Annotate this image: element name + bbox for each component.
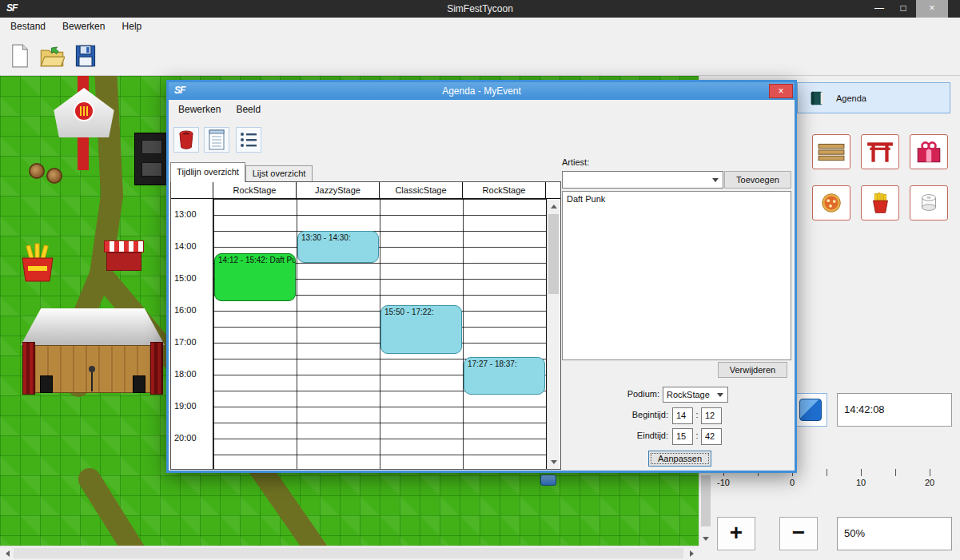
- scroll-left-arrow[interactable]: [0, 546, 14, 560]
- awning: [104, 240, 144, 252]
- scroll-down-arrow[interactable]: [699, 532, 712, 546]
- blue-marker[interactable]: [540, 475, 556, 486]
- artist-list-item[interactable]: Daft Punk: [563, 192, 791, 206]
- toilet-paper-icon: [916, 191, 942, 215]
- scrollbar-corner: [699, 546, 712, 560]
- dialog-titlebar[interactable]: Agenda - MyEvent SF ×: [169, 82, 795, 100]
- scroll-thumb[interactable]: [548, 214, 559, 294]
- scroll-thumb[interactable]: [14, 548, 683, 558]
- fries-stand[interactable]: [14, 242, 61, 284]
- shop-item-torii-gate[interactable]: [861, 134, 899, 169]
- timeline-view-button[interactable]: [204, 127, 229, 153]
- begin-hour-field[interactable]: 14: [672, 407, 693, 424]
- shop-item-pizza[interactable]: [812, 185, 850, 220]
- trash-icon: [177, 129, 196, 150]
- app-logo-icon: SF: [6, 2, 17, 14]
- timetable-header: RockStage JazzyStage ClassicStage RockSt…: [171, 182, 560, 199]
- artist-combobox-value: [566, 172, 708, 188]
- app-window: SimFestTycoon SF — □ × Bestand Bewerken …: [0, 0, 960, 560]
- scroll-down-arrow[interactable]: [548, 455, 560, 469]
- zoom-out-button[interactable]: −: [779, 517, 818, 550]
- speaker-stack[interactable]: [134, 133, 168, 185]
- gift-icon: [914, 140, 943, 164]
- shop-item-fries[interactable]: [861, 185, 899, 220]
- open-file-button[interactable]: [37, 41, 67, 71]
- open-file-icon: [39, 44, 65, 68]
- time-label: 16:00: [171, 305, 211, 315]
- new-file-button[interactable]: [5, 41, 35, 71]
- mic-stand: [91, 371, 93, 391]
- slider-tick-label: 20: [918, 478, 942, 487]
- timetable-scrollbar[interactable]: [547, 199, 560, 469]
- event-rockstage-2[interactable]: 17:27 - 18:37:: [464, 357, 545, 395]
- dialog-menu-bewerken[interactable]: Bewerken: [172, 100, 227, 119]
- barrel-table[interactable]: [29, 160, 67, 190]
- scroll-thumb[interactable]: [701, 475, 711, 526]
- app-title: SimFestTycoon: [0, 0, 960, 18]
- begin-minute-field[interactable]: 12: [701, 407, 722, 424]
- event-daft-punk[interactable]: 14:12 - 15:42: Daft Punk: [214, 253, 296, 301]
- stage-speaker-left: [40, 375, 53, 393]
- agenda-button[interactable]: Agenda: [797, 82, 950, 113]
- end-hour-field[interactable]: 15: [672, 428, 693, 445]
- event-jazzystage[interactable]: 13:30 - 14:30:: [297, 231, 379, 263]
- apply-button[interactable]: Aanpassen: [648, 451, 711, 467]
- end-minute-field[interactable]: 42: [701, 428, 722, 445]
- dialog-close-button[interactable]: ×: [769, 84, 793, 98]
- game-clock: 14:42:08: [837, 393, 952, 427]
- tab-tijdlijn-overzicht[interactable]: Tijdlijn overzicht: [170, 162, 245, 182]
- fries-icon: [867, 191, 893, 215]
- slider-tick-label: -10: [711, 478, 735, 487]
- time-separator: :: [694, 431, 700, 440]
- artist-combobox[interactable]: [562, 171, 723, 189]
- begin-time-label: Begintijd:: [568, 410, 668, 419]
- zoom-in-button[interactable]: +: [717, 517, 755, 550]
- header-spacer: [546, 182, 560, 198]
- dialog-menu-beeld[interactable]: Beeld: [229, 100, 267, 119]
- menu-bestand[interactable]: Bestand: [3, 18, 53, 35]
- striped-stand[interactable]: [104, 240, 144, 271]
- main-stage[interactable]: [21, 308, 165, 404]
- stand-body: [106, 252, 141, 271]
- time-speed-button[interactable]: [794, 393, 827, 427]
- time-label: 14:00: [171, 241, 211, 251]
- slider-tick: [827, 469, 827, 476]
- close-button[interactable]: ×: [916, 0, 948, 18]
- end-time-label: Eindtijd:: [568, 431, 668, 440]
- scroll-up-arrow[interactable]: [548, 199, 560, 212]
- remove-artist-button[interactable]: Verwijderen: [718, 362, 787, 378]
- podium-combobox[interactable]: RockStage: [663, 387, 728, 403]
- add-artist-button[interactable]: Toevoegen: [724, 171, 791, 189]
- fries-stand-icon: [14, 242, 61, 284]
- fries-logo-icon: [74, 101, 94, 121]
- list-view-button[interactable]: [236, 127, 261, 153]
- barrel-icon: [29, 163, 45, 179]
- shop-item-pallet[interactable]: [812, 134, 850, 169]
- dialog-logo-icon: SF: [174, 85, 185, 96]
- titlebar[interactable]: SimFestTycoon SF — □ ×: [0, 0, 960, 18]
- event-classicstage[interactable]: 15:50 - 17:22:: [380, 305, 462, 354]
- menu-help[interactable]: Help: [115, 18, 149, 35]
- map-horizontal-scrollbar[interactable]: [0, 546, 699, 560]
- column-header-classicstage: ClassicStage: [380, 182, 463, 198]
- maximize-button[interactable]: □: [892, 0, 914, 18]
- minimize-button[interactable]: —: [868, 0, 890, 18]
- shop-item-gift[interactable]: [910, 134, 948, 169]
- delete-event-button[interactable]: [173, 127, 199, 153]
- food-tent[interactable]: [51, 88, 117, 137]
- time-label: 20:00: [171, 433, 211, 443]
- tab-lijst-overzicht[interactable]: Lijst overzicht: [245, 165, 313, 182]
- slider-tick: [861, 469, 862, 476]
- save-button[interactable]: [70, 41, 101, 71]
- column-header-jazzystage: JazzyStage: [297, 182, 380, 198]
- slider-tick: [930, 469, 930, 476]
- agenda-book-icon: [809, 89, 827, 107]
- podium-label: Podium:: [568, 389, 659, 399]
- artist-listbox[interactable]: Daft Punk: [562, 191, 791, 360]
- timetable-grid[interactable]: 14:12 - 15:42: Daft Punk 13:30 - 14:30: …: [213, 199, 547, 469]
- stage-curtain-right: [150, 342, 163, 395]
- scroll-right-arrow[interactable]: [685, 546, 699, 560]
- list-view-icon: [239, 131, 258, 149]
- menu-bewerken[interactable]: Bewerken: [55, 18, 112, 35]
- shop-item-toilet-paper[interactable]: [910, 185, 948, 220]
